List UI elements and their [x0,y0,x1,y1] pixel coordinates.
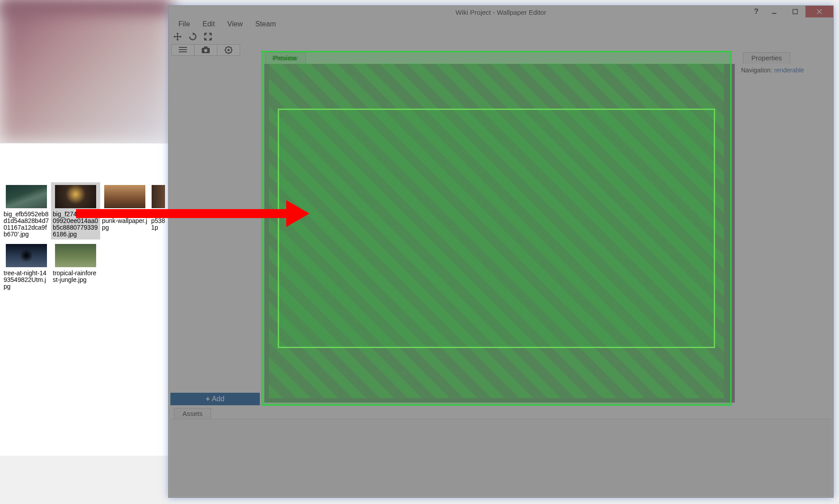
svg-line-14 [226,47,227,48]
window-title: Wiki Project - Wallpaper Editor [456,8,547,16]
add-button-label: Add [212,395,224,403]
preview-tab-label: Preview [274,54,297,62]
file-thumbnail [6,185,47,208]
window-controls: ? [748,6,833,17]
help-button[interactable]: ? [748,6,764,17]
hierarchy-panel[interactable]: + Add [170,56,260,405]
close-button[interactable] [805,6,833,17]
snapshot-button[interactable] [194,44,217,56]
rotate-icon [188,32,197,41]
minimize-button[interactable] [764,6,785,17]
add-button[interactable]: + Add [170,393,260,405]
svg-rect-2 [179,47,187,48]
close-icon [816,8,822,15]
svg-line-17 [231,47,232,48]
file-item[interactable]: tree-at-night-1493549822Utm.jpg [2,241,51,292]
file-explorer-header-blank [0,143,170,178]
desktop-backdrop [0,0,170,143]
plus-icon: + [206,395,210,403]
file-item[interactable]: buldozer-steampunk-wallpaper.jpg [100,182,149,239]
file-thumbnail [152,185,165,208]
preview-viewport[interactable] [264,64,735,403]
file-name-label: buldozer-steampunk-wallpaper.jpg [102,211,148,231]
svg-rect-3 [179,49,187,50]
svg-line-15 [231,52,232,53]
properties-panel: Properties Navigation: renderable [739,56,831,405]
properties-navigation: Navigation: renderable [741,67,804,74]
scale-tool[interactable] [203,31,213,42]
file-name-label: tropical-rainforest-jungle.jpg [53,270,98,283]
move-icon [173,32,182,41]
menu-file[interactable]: File [172,19,196,29]
svg-rect-1 [793,9,797,14]
properties-tab[interactable]: Properties [743,52,790,64]
file-thumbnail [55,185,96,208]
assets-tab[interactable]: Assets [174,408,211,420]
file-thumbnail [104,185,145,208]
svg-rect-0 [772,13,776,14]
editor-window: Wiki Project - Wallpaper Editor ? File E… [168,5,834,498]
menu-view[interactable]: View [221,19,249,29]
file-name-label: big_efb5952eb8d1d54a828b4d701167a12dca9f… [4,211,49,238]
file-item-selected[interactable]: big_f274b3929f09920ee014aa0b5c8880779339… [51,182,100,239]
settings-button[interactable] [217,44,240,56]
menu-edit[interactable]: Edit [196,19,221,29]
menubar: File Edit View Steam [169,18,833,30]
move-tool[interactable] [172,31,183,42]
minimize-icon [772,9,777,14]
assets-panel: Assets [170,408,831,496]
desktop-backdrop-top [0,0,170,14]
camera-icon [201,46,210,54]
titlebar[interactable]: Wiki Project - Wallpaper Editor ? [169,6,833,18]
nav-renderable-link[interactable]: renderable [774,67,804,74]
file-name-label: camp5381p [151,211,165,231]
nav-label: Navigation: [741,67,772,74]
rotate-tool[interactable] [187,31,198,42]
file-name-label: big_f274b3929f09920ee014aa0b5c8880779339… [53,211,98,238]
svg-rect-4 [179,51,187,52]
assets-body[interactable] [170,419,831,496]
expand-icon [203,32,212,41]
maximize-button[interactable] [785,6,805,17]
preview-panel: Preview [262,56,737,405]
gear-icon [225,46,233,54]
file-item[interactable]: tropical-rainforest-jungle.jpg [51,241,100,292]
svg-line-16 [226,52,227,53]
main-area: + Add Preview Properties Navigation: ren… [170,56,831,405]
file-thumbnail [55,244,96,267]
file-name-label: tree-at-night-1493549822Utm.jpg [4,270,49,290]
svg-rect-6 [204,46,208,48]
list-icon [179,47,187,53]
file-thumbnail [6,244,47,267]
maximize-icon [792,9,798,14]
file-explorer-items: big_efb5952eb8d1d54a828b4d701167a12dca9f… [0,179,170,295]
svg-point-7 [204,49,208,52]
transform-toolbar [169,30,833,43]
hierarchy-list-button[interactable] [171,44,195,56]
file-item[interactable]: big_efb5952eb8d1d54a828b4d701167a12dca9f… [2,182,51,239]
preview-tab[interactable]: Preview [265,52,306,64]
menu-steam[interactable]: Steam [249,19,282,29]
svg-point-9 [228,49,230,51]
properties-tab-label: Properties [751,54,782,62]
assets-tab-label: Assets [182,410,203,417]
file-item-partial[interactable]: camp5381p [149,182,167,239]
